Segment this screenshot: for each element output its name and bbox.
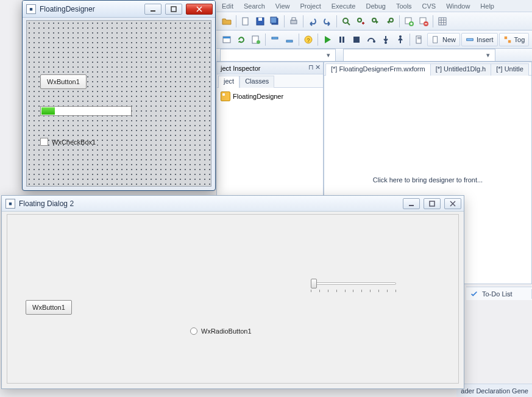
tree-node-floatingdesigner[interactable]: FloatingDesigner bbox=[221, 91, 319, 101]
menu-window[interactable]: Window bbox=[446, 2, 470, 10]
help-icon[interactable]: ? bbox=[302, 33, 315, 46]
wxslider1[interactable] bbox=[311, 279, 396, 297]
maximize-button[interactable] bbox=[424, 198, 441, 209]
svg-point-29 bbox=[385, 41, 387, 44]
svg-rect-4 bbox=[271, 17, 277, 23]
window-title: Floating Dialog 2 bbox=[19, 199, 399, 208]
window-title: FloatingDesigner bbox=[40, 5, 141, 13]
run-icon[interactable] bbox=[321, 33, 334, 46]
titlebar[interactable]: ■ FloatingDesigner bbox=[23, 1, 215, 18]
separator-icon bbox=[317, 34, 318, 46]
bottom-tabstrip: To-Do List bbox=[466, 287, 532, 300]
wxbutton1[interactable]: WxButton1 bbox=[26, 300, 72, 315]
step-into-icon[interactable] bbox=[379, 33, 392, 46]
app-icon: ■ bbox=[26, 4, 36, 14]
titlebar[interactable]: ■ Floating Dialog 2 bbox=[2, 196, 464, 212]
separator-icon bbox=[265, 34, 266, 46]
dialog-surface[interactable]: WxButton1 WxRadioButton1 bbox=[7, 214, 459, 384]
todo-label[interactable]: To-Do List bbox=[482, 290, 512, 298]
menu-edit[interactable]: Edit bbox=[222, 2, 233, 10]
print-icon[interactable] bbox=[287, 15, 300, 28]
insert-button-label: Insert bbox=[477, 36, 494, 43]
add-item-icon[interactable] bbox=[402, 15, 416, 28]
combo-config[interactable]: ▾ bbox=[220, 49, 336, 62]
slider-ticks bbox=[311, 290, 396, 292]
class-browser-icon[interactable] bbox=[220, 33, 233, 46]
panel-title: ject Inspector bbox=[221, 65, 260, 72]
new-button[interactable]: New bbox=[427, 33, 460, 46]
new-file-icon[interactable] bbox=[239, 15, 252, 28]
close-button[interactable] bbox=[444, 198, 461, 209]
checkbox-box-icon bbox=[40, 138, 48, 146]
svg-rect-16 bbox=[439, 18, 446, 25]
open-folder-icon[interactable] bbox=[220, 15, 233, 28]
find-icon[interactable] bbox=[339, 15, 353, 28]
separator-icon bbox=[336, 15, 337, 27]
menu-help[interactable]: Help bbox=[480, 2, 494, 10]
find-next-icon[interactable] bbox=[369, 15, 382, 28]
save-icon[interactable] bbox=[254, 15, 267, 28]
replace-icon[interactable] bbox=[354, 15, 367, 28]
window-floating-dialog-2[interactable]: ■ Floating Dialog 2 WxButton1 WxRadioBut… bbox=[1, 195, 464, 389]
tab-untitled1dlg[interactable]: [*] Untitled1Dlg.h bbox=[430, 63, 492, 76]
stop-icon[interactable] bbox=[350, 33, 363, 46]
gauge-fill bbox=[41, 107, 55, 115]
svg-rect-38 bbox=[151, 10, 155, 12]
svg-rect-22 bbox=[286, 40, 293, 42]
find-prev-icon[interactable] bbox=[383, 15, 397, 28]
close-icon[interactable]: ✕ bbox=[315, 63, 321, 71]
pin-icon[interactable]: ⊓ bbox=[308, 63, 314, 71]
inspector-tabs: ject Classes bbox=[217, 74, 323, 88]
menu-cvs[interactable]: CVS bbox=[422, 2, 436, 10]
minimize-button[interactable] bbox=[403, 198, 420, 209]
goto-decl-icon[interactable] bbox=[268, 33, 282, 46]
wxbutton1[interactable]: WxButton1 bbox=[40, 74, 87, 89]
window-floatingdesigner[interactable]: ■ FloatingDesigner WxButton1 WxCheckBox1 bbox=[22, 0, 216, 191]
rebuild-icon[interactable] bbox=[235, 33, 248, 46]
new-button-label: New bbox=[442, 36, 456, 43]
menu-tools[interactable]: Tools bbox=[396, 2, 412, 10]
menu-search[interactable]: Search bbox=[244, 2, 265, 10]
menu-execute[interactable]: Execute bbox=[332, 2, 356, 10]
menu-project[interactable]: Project bbox=[300, 2, 321, 10]
pause-icon[interactable] bbox=[335, 33, 349, 46]
tab-untitled[interactable]: [*] Untitle bbox=[491, 63, 529, 76]
slider-thumb[interactable] bbox=[311, 279, 317, 288]
close-button[interactable] bbox=[186, 4, 213, 15]
chevron-down-icon: ▾ bbox=[484, 51, 492, 59]
svg-line-8 bbox=[347, 23, 350, 25]
separator-icon bbox=[399, 15, 400, 27]
inspector-tab-classes[interactable]: Classes bbox=[239, 76, 274, 88]
wxgauge1[interactable] bbox=[40, 106, 132, 116]
goto-impl-icon[interactable] bbox=[283, 33, 296, 46]
separator-icon bbox=[284, 15, 285, 27]
compile-icon[interactable] bbox=[413, 33, 426, 46]
wxcheckbox1[interactable]: WxCheckBox1 bbox=[40, 138, 96, 146]
undo-icon[interactable] bbox=[306, 15, 319, 28]
save-all-icon[interactable] bbox=[268, 15, 282, 28]
wxradiobutton1[interactable]: WxRadioButton1 bbox=[190, 327, 252, 335]
new-class-icon[interactable] bbox=[249, 33, 263, 46]
remove-item-icon[interactable] bbox=[417, 15, 430, 28]
chevron-down-icon: ▾ bbox=[324, 51, 333, 59]
inspector-tab-project[interactable]: ject bbox=[218, 76, 239, 88]
svg-point-28 bbox=[373, 40, 375, 43]
svg-rect-5 bbox=[291, 20, 297, 24]
design-surface[interactable]: WxButton1 WxCheckBox1 bbox=[26, 20, 211, 187]
maximize-button[interactable] bbox=[165, 4, 182, 15]
svg-rect-39 bbox=[171, 7, 176, 12]
svg-point-11 bbox=[389, 18, 393, 22]
step-over-icon[interactable] bbox=[364, 33, 378, 46]
separator-icon bbox=[410, 34, 410, 46]
step-out-icon[interactable] bbox=[394, 33, 407, 46]
redo-icon[interactable] bbox=[321, 15, 334, 28]
menu-view[interactable]: View bbox=[275, 2, 290, 10]
grid-icon[interactable] bbox=[436, 15, 449, 28]
combo-target[interactable]: ▾ bbox=[343, 49, 495, 62]
separator-icon bbox=[433, 15, 433, 27]
menu-debug[interactable]: Debug bbox=[366, 2, 385, 10]
insert-button[interactable]: Insert bbox=[461, 33, 498, 46]
toggle-button[interactable]: Tog bbox=[499, 33, 530, 46]
tab-floatingdesignerfrm[interactable]: [*] FloatingDesignerFrm.wxform bbox=[325, 63, 431, 76]
minimize-button[interactable] bbox=[144, 4, 161, 15]
